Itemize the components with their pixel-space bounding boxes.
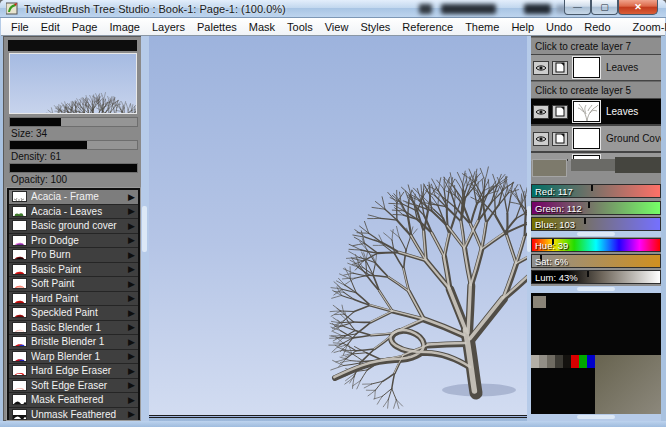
brush-item-basic-blender-1[interactable]: Basic Blender 1▶ <box>9 321 138 336</box>
menu-mask[interactable]: Mask <box>243 21 281 33</box>
slider-marker[interactable] <box>588 202 590 208</box>
palette-swatch[interactable] <box>571 355 579 368</box>
brush-expand-arrow[interactable]: ▶ <box>128 279 135 289</box>
brush-item-hard-edge-eraser[interactable]: Hard Edge Eraser▶ <box>9 364 138 379</box>
brush-expand-arrow[interactable]: ▶ <box>128 192 135 202</box>
menu-file[interactable]: File <box>5 21 35 33</box>
layer-visibility-eye-icon[interactable] <box>533 105 549 119</box>
minimize-button[interactable]: — <box>564 0 591 15</box>
slider-marker[interactable] <box>591 185 593 191</box>
menu-edit[interactable]: Edit <box>35 21 66 33</box>
layer-page-icon[interactable] <box>552 61 568 75</box>
green-slider[interactable]: Green: 112 <box>531 201 661 215</box>
brush-expand-arrow[interactable]: ▶ <box>128 206 135 216</box>
close-button[interactable]: ✕ <box>618 0 658 15</box>
red-slider[interactable]: Red: 117 <box>531 184 661 198</box>
brush-expand-arrow[interactable]: ▶ <box>128 293 135 303</box>
brush-expand-arrow[interactable]: ▶ <box>128 235 135 245</box>
layer-row-leaves[interactable]: Leaves <box>531 54 661 81</box>
blob-icon <box>12 235 27 246</box>
menu-zoom-in[interactable]: Zoom-In <box>627 21 666 33</box>
panel-splitter[interactable] <box>531 414 661 421</box>
layer-visibility-eye-icon[interactable] <box>533 61 549 75</box>
menu-reference[interactable]: Reference <box>396 21 459 33</box>
title-bar[interactable]: TwistedBrush Tree Studio : Book-1: Page-… <box>0 0 666 18</box>
layer-thumbnail[interactable] <box>573 128 600 149</box>
ring-icon <box>12 365 27 376</box>
lum-slider[interactable]: Lum: 43% <box>531 270 661 284</box>
palette-swatch[interactable] <box>563 355 571 368</box>
brush-item-soft-paint[interactable]: Soft Paint▶ <box>9 277 138 292</box>
brush-expand-arrow[interactable]: ▶ <box>128 337 135 347</box>
sat-slider[interactable]: Sat: 6% <box>531 254 661 268</box>
palette-swatch[interactable] <box>579 355 587 368</box>
brush-expand-arrow[interactable]: ▶ <box>128 250 135 260</box>
brush-item-pro-burn[interactable]: Pro Burn▶ <box>9 248 138 263</box>
brush-item-basic-paint[interactable]: Basic Paint▶ <box>9 263 138 278</box>
density-slider[interactable] <box>9 140 138 150</box>
menu-layers[interactable]: Layers <box>146 21 191 33</box>
brush-expand-arrow[interactable]: ▶ <box>128 380 135 390</box>
brush-expand-arrow[interactable]: ▶ <box>128 322 135 332</box>
create-layer-5-button[interactable]: Click to create layer 5 <box>531 81 661 98</box>
brush-item-soft-edge-eraser[interactable]: Soft Edge Eraser▶ <box>9 379 138 394</box>
menu-page[interactable]: Page <box>66 21 104 33</box>
brush-item-acacia-frame[interactable]: Acacia - Frame▶ <box>9 190 138 205</box>
duo-icon <box>12 336 27 347</box>
current-color-swatch[interactable] <box>595 355 661 414</box>
left-splitter[interactable] <box>141 36 149 421</box>
paint-canvas[interactable] <box>149 36 527 418</box>
brush-panel-header[interactable] <box>8 40 137 51</box>
brush-expand-arrow[interactable]: ▶ <box>128 409 135 419</box>
layer-row-leaves[interactable]: Leaves <box>531 98 661 125</box>
menu-view[interactable]: View <box>319 21 355 33</box>
brush-expand-arrow[interactable]: ▶ <box>128 366 135 376</box>
brush-item-unmask-feathered[interactable]: Unmask Feathered▶ <box>9 408 138 423</box>
menu-palettes[interactable]: Palettes <box>191 21 243 33</box>
brush-item-basic-ground-cover[interactable]: Basic ground cover▶ <box>9 219 138 234</box>
brush-item-pro-dodge[interactable]: Pro Dodge▶ <box>9 234 138 249</box>
brush-item-mask-feathered[interactable]: Mask Feathered▶ <box>9 393 138 408</box>
hue-slider[interactable]: Hue: 39 <box>531 238 661 252</box>
brush-expand-arrow[interactable]: ▶ <box>128 264 135 274</box>
slider-marker[interactable] <box>584 218 586 224</box>
layer-page-icon[interactable] <box>552 132 568 146</box>
brush-label: Soft Paint <box>31 278 128 289</box>
palette-swatch[interactable] <box>587 355 595 368</box>
maximize-button[interactable]: ▢ <box>591 0 618 15</box>
layer-visibility-eye-icon[interactable] <box>533 132 549 146</box>
palette-swatch[interactable] <box>555 355 563 368</box>
palette-swatch[interactable] <box>547 355 555 368</box>
brush-item-hard-paint[interactable]: Hard Paint▶ <box>9 292 138 307</box>
menu-redo[interactable]: Redo <box>578 21 616 33</box>
menu-undo[interactable]: Undo <box>540 21 578 33</box>
size-slider[interactable] <box>9 117 138 127</box>
layer-thumbnail[interactable] <box>573 57 600 78</box>
palette-swatch-row <box>531 355 603 368</box>
brush-item-acacia-leaves[interactable]: Acacia - Leaves▶ <box>9 205 138 220</box>
create-layer-7-button[interactable]: Click to create layer 7 <box>531 37 661 54</box>
brush-item-speckled-paint[interactable]: Speckled Paint▶ <box>9 306 138 321</box>
menu-image[interactable]: Image <box>103 21 146 33</box>
palette-swatch[interactable] <box>539 355 547 368</box>
layer-thumbnail[interactable] <box>573 101 600 122</box>
brush-expand-arrow[interactable]: ▶ <box>128 395 135 405</box>
menu-tools[interactable]: Tools <box>281 21 319 33</box>
panel-splitter[interactable] <box>531 286 661 293</box>
menu-help[interactable]: Help <box>505 21 540 33</box>
slider-marker[interactable] <box>587 271 589 277</box>
palette-swatch[interactable] <box>533 296 546 308</box>
layer-row-ground-cover[interactable]: Ground Cover <box>531 125 661 152</box>
brush-item-warp-blender-1[interactable]: Warp Blender 1▶ <box>9 350 138 365</box>
opacity-slider[interactable] <box>9 163 138 173</box>
layer-page-icon[interactable] <box>552 105 568 119</box>
brush-item-bristle-blender-1[interactable]: Bristle Blender 1▶ <box>9 335 138 350</box>
blue-slider[interactable]: Blue: 103 <box>531 217 661 231</box>
menu-styles[interactable]: Styles <box>354 21 396 33</box>
menu-theme[interactable]: Theme <box>459 21 505 33</box>
palette-swatch[interactable] <box>531 355 539 368</box>
brush-expand-arrow[interactable]: ▶ <box>128 221 135 231</box>
brush-expand-arrow[interactable]: ▶ <box>128 308 135 318</box>
brush-expand-arrow[interactable]: ▶ <box>128 351 135 361</box>
panel-splitter[interactable] <box>531 231 661 237</box>
